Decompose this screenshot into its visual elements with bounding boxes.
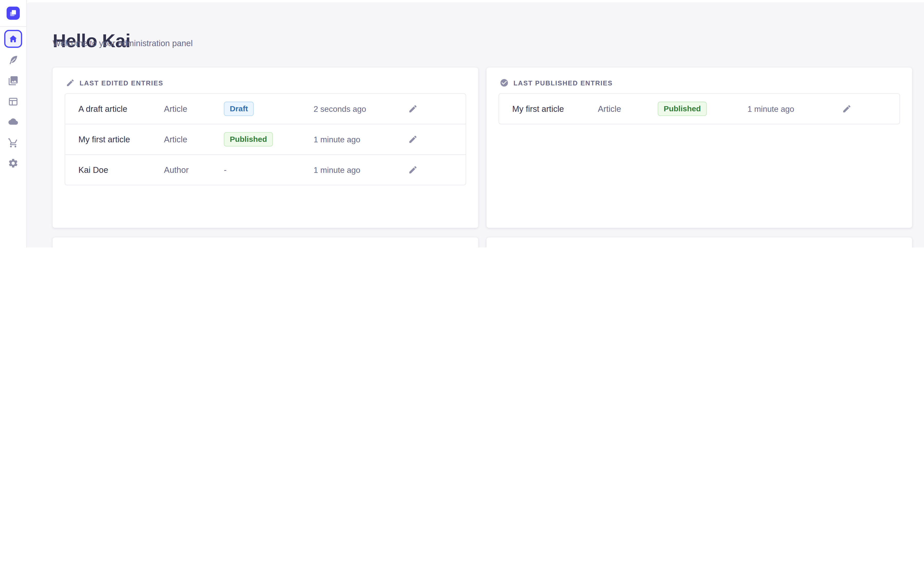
pencil-icon [408,165,418,175]
card-title: LAST PUBLISHED ENTRIES [514,79,613,86]
sidebar-item-content-manager[interactable] [8,54,18,65]
feather-icon [8,54,18,65]
cloud-icon [8,117,18,127]
gear-icon [8,158,18,169]
pencil-icon [66,78,75,87]
strapi-logo-icon[interactable] [6,6,20,20]
sidebar-item-content-type-builder[interactable] [8,96,18,107]
status-badge: Published [224,132,273,147]
entry-type: Article [598,104,657,114]
sidebar-item-marketplace[interactable] [8,137,18,148]
pencil-icon [408,104,418,114]
status-badge: Published [657,102,707,116]
profile-card: PROFILE Profile settings KD Kai Doe kai.… [53,237,478,247]
entry-time: 1 minute ago [748,105,842,113]
entry-name: My first article [78,135,164,144]
media-library-icon [8,76,18,86]
sidebar-item-settings[interactable] [8,158,18,169]
sidebar: KD [0,0,27,247]
entries-chart-card: ENTRIES 3 entries Draft Published [487,237,912,247]
home-icon [8,34,18,44]
entry-time: 2 seconds ago [313,105,408,113]
last-published-table: My first article Article Published 1 min… [498,93,900,124]
edit-entry-button[interactable] [408,135,418,144]
entry-time: 1 minute ago [313,165,408,174]
table-row: A draft article Article Draft 2 seconds … [65,94,465,124]
entry-type: Article [164,135,224,144]
table-row: My first article Article Published 1 min… [65,124,465,155]
entry-type: Author [164,165,224,175]
layout-builder-icon [8,96,18,107]
entry-name: My first article [512,104,598,114]
sidebar-divider [0,26,26,27]
sidebar-item-home[interactable] [4,30,22,48]
entry-name: A draft article [78,104,164,114]
entry-time: 1 minute ago [313,135,408,144]
last-published-entries-card: LAST PUBLISHED ENTRIES My first article … [487,68,912,228]
sidebar-item-deploy[interactable] [8,117,18,127]
last-edited-table: A draft article Article Draft 2 seconds … [65,93,466,185]
sidebar-item-media-library[interactable] [8,76,18,86]
status-empty: - [224,165,227,175]
edit-entry-button[interactable] [408,165,418,175]
check-circle-icon [500,78,509,87]
last-edited-entries-card: LAST EDITED ENTRIES A draft article Arti… [53,68,478,228]
status-badge: Draft [224,102,254,116]
card-title: LAST EDITED ENTRIES [79,79,163,86]
pencil-icon [408,135,418,144]
entry-name: Kai Doe [78,165,164,175]
edit-entry-button[interactable] [408,104,418,114]
entry-type: Article [164,104,224,114]
page-subtitle: Welcome to your administration panel [53,38,193,48]
edit-entry-button[interactable] [842,104,851,114]
table-row: My first article Article Published 1 min… [499,94,900,124]
table-row: Kai Doe Author - 1 minute ago [65,155,465,185]
strapi-admin-dashboard: KD Hello Kai Welcome to your administrat… [0,0,924,247]
pencil-icon [842,104,851,114]
cart-icon [8,137,18,148]
